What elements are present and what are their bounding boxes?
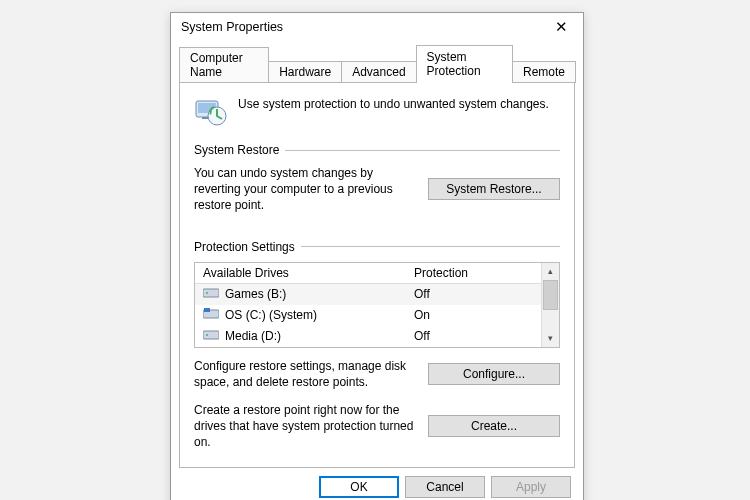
group-heading-protection-label: Protection Settings: [194, 240, 295, 254]
ok-button[interactable]: OK: [319, 476, 399, 498]
configure-button[interactable]: Configure...: [428, 363, 560, 385]
svg-rect-5: [203, 289, 219, 297]
group-heading-restore-label: System Restore: [194, 143, 279, 157]
tab-computer-name[interactable]: Computer Name: [179, 47, 269, 83]
tab-remote[interactable]: Remote: [512, 61, 576, 83]
titlebar: System Properties ✕: [171, 13, 583, 40]
intro-text: Use system protection to undo unwanted s…: [238, 95, 549, 111]
drive-name: OS (C:) (System): [225, 308, 317, 322]
hard-drive-icon: [203, 308, 219, 323]
drive-protection: Off: [406, 284, 559, 304]
group-heading-protection: Protection Settings: [194, 240, 560, 254]
svg-point-10: [206, 334, 208, 336]
create-row: Create a restore point right now for the…: [194, 402, 560, 451]
window-title: System Properties: [181, 20, 283, 34]
divider: [301, 246, 560, 247]
configure-row: Configure restore settings, manage disk …: [194, 358, 560, 390]
configure-desc: Configure restore settings, manage disk …: [194, 358, 418, 390]
restore-row: You can undo system changes by reverting…: [194, 165, 560, 214]
tab-advanced[interactable]: Advanced: [341, 61, 416, 83]
svg-point-6: [206, 292, 208, 294]
drive-protection: Off: [406, 326, 559, 346]
drives-header-row: Available Drives Protection: [195, 263, 559, 284]
system-protection-icon: [194, 95, 228, 129]
scrollbar[interactable]: ▴ ▾: [541, 263, 559, 347]
system-restore-button[interactable]: System Restore...: [428, 178, 560, 200]
scroll-track[interactable]: [543, 280, 558, 330]
tab-system-protection[interactable]: System Protection: [416, 45, 513, 83]
drive-name: Games (B:): [225, 287, 286, 301]
close-icon[interactable]: ✕: [547, 19, 575, 34]
drives-body: Games (B:) Off OS (C:) (System) On: [195, 284, 559, 347]
hard-drive-icon: [203, 329, 219, 344]
drive-row[interactable]: Games (B:) Off: [195, 284, 559, 305]
divider: [285, 150, 560, 151]
tab-hardware[interactable]: Hardware: [268, 61, 342, 83]
create-button[interactable]: Create...: [428, 415, 560, 437]
system-properties-dialog: System Properties ✕ Computer Name Hardwa…: [170, 12, 584, 500]
cancel-button[interactable]: Cancel: [405, 476, 485, 498]
drive-row[interactable]: OS (C:) (System) On: [195, 305, 559, 326]
hard-drive-icon: [203, 287, 219, 302]
create-desc: Create a restore point right now for the…: [194, 402, 418, 451]
scroll-thumb[interactable]: [543, 280, 558, 310]
drives-listbox[interactable]: Available Drives Protection Games (B:) O…: [194, 262, 560, 348]
restore-desc: You can undo system changes by reverting…: [194, 165, 418, 214]
drive-name: Media (D:): [225, 329, 281, 343]
scroll-up-icon[interactable]: ▴: [542, 263, 559, 280]
apply-button[interactable]: Apply: [491, 476, 571, 498]
svg-rect-9: [203, 331, 219, 339]
drive-protection: On: [406, 305, 559, 325]
group-heading-restore: System Restore: [194, 143, 560, 157]
col-header-drives[interactable]: Available Drives: [195, 263, 406, 283]
intro-row: Use system protection to undo unwanted s…: [194, 95, 560, 129]
col-header-protection[interactable]: Protection: [406, 263, 559, 283]
tab-panel: Use system protection to undo unwanted s…: [179, 82, 575, 468]
tabstrip: Computer Name Hardware Advanced System P…: [171, 44, 583, 82]
svg-rect-8: [204, 308, 210, 312]
drive-row[interactable]: Media (D:) Off: [195, 326, 559, 347]
scroll-down-icon[interactable]: ▾: [542, 330, 559, 347]
dialog-footer: OK Cancel Apply: [171, 476, 583, 501]
